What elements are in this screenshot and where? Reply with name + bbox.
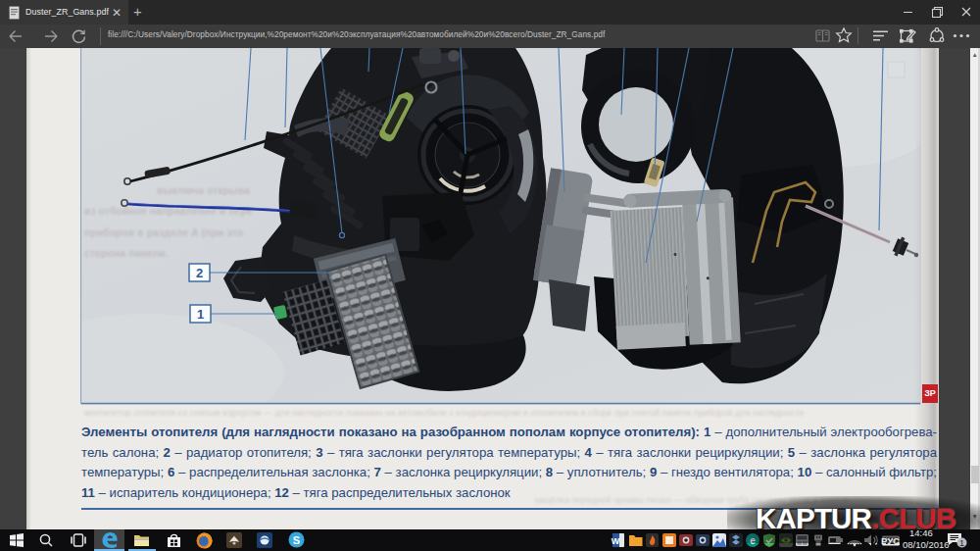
svg-text:1: 1 <box>197 307 204 322</box>
svg-text:1: 1 <box>959 538 964 548</box>
svg-text:приборов в разделе А (при это: приборов в разделе А (при это <box>84 226 243 238</box>
svg-text:сторона панели.: сторона панели. <box>84 247 169 259</box>
svg-text:W: W <box>612 536 620 546</box>
svg-text:выключа от­крыва: выключа от­крыва <box>157 184 250 196</box>
svg-text:2: 2 <box>196 266 203 280</box>
svg-text:S: S <box>293 534 300 546</box>
